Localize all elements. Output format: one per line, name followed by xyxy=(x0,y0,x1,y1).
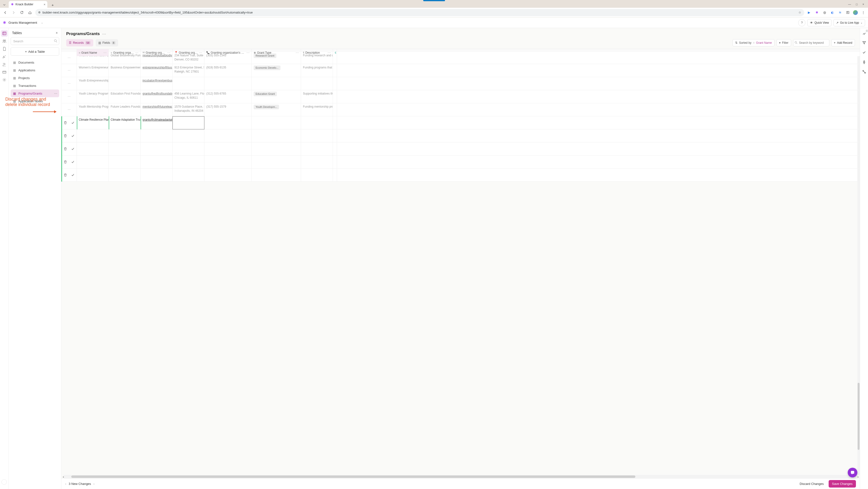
cell-grant-type[interactable] xyxy=(252,130,301,142)
cell-address[interactable]: 913 Enterprise Street, Suite Raleigh, NC… xyxy=(173,64,205,77)
help-button[interactable]: ? xyxy=(798,19,805,26)
cell-granting-org[interactable] xyxy=(109,169,141,181)
cell-grant-type[interactable]: Education Grant xyxy=(252,90,301,103)
new-table-row[interactable] xyxy=(61,142,860,155)
cell-granting-org[interactable]: Education First Foundation xyxy=(109,90,141,103)
rail-flows-icon[interactable] xyxy=(1,61,8,68)
tab-dropdown-icon[interactable] xyxy=(1,2,7,8)
delete-row-icon[interactable] xyxy=(64,121,67,124)
cell-description[interactable]: Funding mentorship programs that connect… xyxy=(301,103,333,116)
sidebar-search[interactable] xyxy=(11,37,59,45)
minimize-icon[interactable]: — xyxy=(848,3,851,6)
cell-phone[interactable] xyxy=(205,155,252,168)
cell-phone[interactable]: (317) 555-1579 xyxy=(205,103,252,116)
cell-phone[interactable]: (312) 555-8765 xyxy=(205,90,252,103)
new-table-row[interactable] xyxy=(61,169,860,182)
cell-grant-type[interactable] xyxy=(252,169,301,181)
ext-icon-1[interactable]: ▶ xyxy=(807,10,811,15)
cell-address[interactable] xyxy=(173,155,205,168)
cell-address[interactable] xyxy=(173,142,205,155)
cell-phone[interactable] xyxy=(205,169,252,181)
cell-email[interactable] xyxy=(141,155,173,168)
records-tab[interactable]: ☰ Records 58 xyxy=(66,39,93,47)
cell-email[interactable]: mentorship@futureleade... xyxy=(141,103,173,116)
ext-icon-3[interactable]: ◎ xyxy=(822,10,827,15)
col-grant-type[interactable]: ◉Grant Type⋯ xyxy=(252,49,301,56)
cell-description[interactable] xyxy=(301,142,333,155)
delete-row-icon[interactable] xyxy=(64,134,67,137)
cell-granting-org[interactable]: Future Leaders Foundation xyxy=(109,103,141,116)
discard-changes-button[interactable]: Discard Changes xyxy=(797,480,826,488)
col-granting-org-phone[interactable]: 📞Granting organization's Phone⋯ xyxy=(205,49,252,56)
row-menu-icon[interactable]: ⋯ xyxy=(61,90,77,103)
cell-description[interactable] xyxy=(301,116,333,129)
confirm-row-icon[interactable] xyxy=(71,160,74,164)
filter-button[interactable]: ▾ Filter xyxy=(776,39,791,47)
col-menu-icon[interactable]: ⋯ xyxy=(199,51,202,54)
cell-description[interactable]: Supporting initiatives that promote lite… xyxy=(301,90,333,103)
cell-description[interactable] xyxy=(301,130,333,142)
rail-filter-icon[interactable] xyxy=(862,40,867,46)
maximize-icon[interactable]: □ xyxy=(856,3,858,6)
sidebar-item-transactions[interactable]: ▦Transactions xyxy=(11,82,59,89)
sidebar-close-icon[interactable]: × xyxy=(56,31,58,35)
col-menu-icon[interactable]: ⋯ xyxy=(167,51,170,54)
rail-payments-icon[interactable] xyxy=(1,69,8,76)
intercom-launcher[interactable] xyxy=(848,468,857,478)
cell-granting-org[interactable] xyxy=(109,77,141,90)
add-table-button[interactable]: + Add a Table xyxy=(11,48,59,56)
close-window-icon[interactable]: × xyxy=(863,3,864,6)
new-table-row[interactable] xyxy=(61,130,860,142)
col-menu-icon[interactable]: ⋯ xyxy=(296,51,299,54)
home-button[interactable] xyxy=(27,10,33,16)
cell-phone[interactable] xyxy=(205,130,252,142)
delete-row-icon[interactable] xyxy=(64,160,67,164)
delete-row-icon[interactable] xyxy=(64,173,67,176)
sorted-by-control[interactable]: ⇅ Sorted by ≡ Grant Name xyxy=(733,39,775,47)
scroll-right-icon[interactable]: ▸ xyxy=(857,475,860,478)
sidebar-item-projects[interactable]: ▦Projects xyxy=(11,74,59,82)
new-tab-button[interactable]: + xyxy=(50,2,56,8)
row-menu-icon[interactable]: ⋯ xyxy=(61,103,77,116)
cell-email[interactable] xyxy=(141,169,173,181)
app-name[interactable]: Grants Management xyxy=(8,21,37,24)
cell-grant-name[interactable]: Youth Mentorship Program xyxy=(77,103,109,116)
cell-address[interactable] xyxy=(173,169,205,181)
ext-icon-2[interactable]: ✱ xyxy=(814,10,819,15)
rail-activity-icon[interactable] xyxy=(862,30,867,36)
go-to-live-app-button[interactable]: ↗ Go to Live App ⌄ xyxy=(833,19,865,26)
rail-settings-icon[interactable] xyxy=(1,77,8,83)
table-row[interactable]: ⋯Youth Entrepreneurship I...incubator@ne… xyxy=(61,77,860,90)
horizontal-scrollbar[interactable]: ◂ ▸ xyxy=(63,475,858,478)
col-menu-icon[interactable]: ⋯ xyxy=(328,51,331,54)
col-granting-org-address[interactable]: 📍Granting organizati...⋯ xyxy=(173,49,205,56)
prev-changes-icon[interactable]: ‹ xyxy=(65,482,66,486)
col-granting-org-email[interactable]: ✉Granting organizati...⋯ xyxy=(141,49,173,56)
cell-granting-org[interactable] xyxy=(109,130,141,142)
cell-phone[interactable] xyxy=(205,116,252,129)
cell-description[interactable]: Funding programs that support women entr… xyxy=(301,64,333,77)
cell-grant-type[interactable] xyxy=(252,155,301,168)
keyword-search-input[interactable] xyxy=(793,39,829,47)
rail-users-icon[interactable] xyxy=(1,38,8,45)
cell-grant-type[interactable]: Economic Develo... xyxy=(252,64,301,77)
cell-grant-type[interactable] xyxy=(252,77,301,90)
cell-phone[interactable] xyxy=(205,77,252,90)
cell-granting-org[interactable] xyxy=(109,142,141,155)
address-bar[interactable]: ⚙ builder-next.knack.com/ziggysapps/gran… xyxy=(35,9,804,16)
star-bookmark-icon[interactable]: ☆ xyxy=(799,11,801,14)
cell-email[interactable] xyxy=(141,130,173,142)
cell-description[interactable] xyxy=(301,169,333,181)
scroll-left-icon[interactable]: ◂ xyxy=(61,475,65,478)
cell-description[interactable] xyxy=(301,155,333,168)
forward-button[interactable] xyxy=(11,10,17,16)
cell-grant-name[interactable]: Youth Entrepreneurship I... xyxy=(77,77,109,90)
cell-email[interactable] xyxy=(141,142,173,155)
vertical-scrollbar[interactable] xyxy=(857,56,860,475)
cell-phone[interactable] xyxy=(205,142,252,155)
cell-grant-name[interactable] xyxy=(77,169,109,181)
row-menu-icon[interactable]: ⋯ xyxy=(61,77,77,90)
rail-connections-icon[interactable] xyxy=(862,69,867,75)
cell-grant-type[interactable] xyxy=(252,116,301,129)
close-tab-icon[interactable]: × xyxy=(43,3,45,6)
